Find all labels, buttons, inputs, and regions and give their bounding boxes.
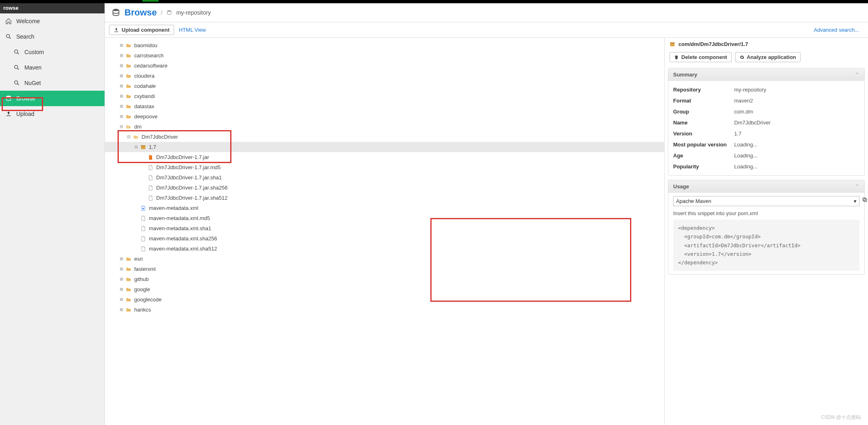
copy-icon[interactable] (862, 197, 868, 203)
tree-node[interactable]: ⊞carrotsearch (105, 50, 664, 61)
tree-node[interactable]: ⊞hankcs (105, 305, 664, 315)
tree-node[interactable]: maven-metadata.xml (105, 203, 664, 213)
tree-node[interactable]: Dm7JdbcDriver-1.7.jar.sha512 (105, 193, 664, 203)
sidebar-item-upload[interactable]: Upload (0, 106, 105, 122)
html-view-link[interactable]: HTML View (179, 27, 206, 33)
collapse-icon[interactable]: ⌃ (855, 183, 859, 190)
expander-icon[interactable]: ⊞ (119, 93, 124, 99)
tree-node[interactable]: Dm7JdbcDriver-1.7.jar.sha256 (105, 183, 664, 193)
folder-icon (125, 52, 132, 59)
summary-row: Repositorymy-repository (673, 84, 859, 95)
sidebar: rowse WelcomeSearchCustomMavenNuGetBrows… (0, 3, 105, 425)
expander-icon[interactable]: ⊞ (119, 307, 124, 313)
tree-node[interactable]: ⊞deepoove (105, 111, 664, 122)
svg-rect-10 (670, 43, 675, 46)
tree-node[interactable]: ⊟1.7 (105, 142, 664, 152)
tree-node[interactable]: ⊞github (105, 274, 664, 284)
tree-node[interactable]: maven-metadata.xml.md5 (105, 213, 664, 223)
toolbar: Upload component HTML View Advanced sear… (105, 22, 868, 38)
folder-open-icon (133, 134, 139, 140)
delete-component-button[interactable]: Delete component (670, 52, 732, 62)
summary-value: my-repository (734, 87, 766, 93)
top-bar (0, 0, 868, 3)
tree-node[interactable]: ⊞cedarsoftware (105, 61, 664, 71)
tree-node[interactable]: ⊞baomidou (105, 40, 664, 50)
tree-node[interactable]: maven-metadata.xml.sha256 (105, 233, 664, 244)
tree-pane[interactable]: ⊞baomidou⊞carrotsearch⊞cedarsoftware⊞clo… (105, 38, 665, 425)
folder-open-icon (125, 124, 132, 130)
expander-icon[interactable]: ⊟ (119, 124, 124, 130)
tree-node[interactable]: Dm7JdbcDriver-1.7.jar (105, 152, 664, 162)
sidebar-item-label: NuGet (24, 80, 41, 86)
svg-point-0 (7, 35, 10, 38)
tree-node[interactable]: Dm7JdbcDriver-1.7.jar.md5 (105, 162, 664, 172)
tree-node-label: cloudera (133, 73, 155, 79)
collapse-icon[interactable]: ⌃ (855, 72, 859, 78)
tree-node[interactable]: ⊞codahale (105, 81, 664, 91)
advanced-search-link[interactable]: Advanced search... (814, 27, 864, 33)
summary-value: Loading... (734, 142, 757, 148)
folder-icon (125, 42, 132, 49)
summary-key: Age (673, 153, 734, 159)
summary-key: Version (673, 131, 734, 137)
expander-icon[interactable]: ⊞ (119, 42, 124, 48)
tree-node-label: 1.7 (148, 144, 156, 150)
expander-icon[interactable]: ⊞ (119, 113, 124, 120)
expander-icon[interactable]: ⊞ (119, 286, 124, 292)
summary-value: Loading... (734, 163, 757, 170)
tree-node-label: hankcs (133, 307, 151, 313)
tree-node[interactable]: maven-metadata.xml.sha1 (105, 223, 664, 233)
sidebar-item-nuget[interactable]: NuGet (0, 75, 105, 91)
tree-node[interactable]: ⊟dm (105, 122, 664, 132)
expander-icon[interactable]: ⊞ (119, 103, 124, 109)
sidebar-item-search[interactable]: Search (0, 29, 105, 44)
db-icon (5, 95, 12, 102)
folder-icon (125, 93, 132, 100)
tree-node-label: Dm7JdbcDriver-1.7.jar (155, 154, 209, 160)
tree-node[interactable]: ⊞cloudera (105, 71, 664, 81)
watermark: CSDN @十点摆码 (821, 414, 861, 421)
expander-icon[interactable]: ⊟ (126, 134, 132, 140)
tree-node[interactable]: ⊞cxytiandi (105, 91, 664, 101)
tree-node[interactable]: ⊞fasterxml (105, 264, 664, 274)
expander-icon[interactable]: ⊞ (119, 276, 124, 282)
home-icon (5, 17, 12, 25)
sidebar-item-maven[interactable]: Maven (0, 60, 105, 75)
expander-icon[interactable]: ⊟ (133, 144, 139, 150)
summary-row: PopularityLoading... (673, 161, 859, 172)
tree-node[interactable]: ⊞esri (105, 254, 664, 264)
tree-node-label: cxytiandi (133, 93, 155, 99)
usage-snippet: <dependency> <groupId>com.dm</groupId> <… (673, 220, 859, 271)
file-icon (147, 164, 154, 171)
sidebar-item-welcome[interactable]: Welcome (0, 13, 105, 29)
svg-rect-13 (863, 198, 866, 201)
tree-node-label: carrotsearch (133, 52, 164, 59)
expander-icon[interactable]: ⊞ (119, 73, 124, 79)
tree-node[interactable]: ⊞datastax (105, 101, 664, 111)
tree-node[interactable]: ⊞google (105, 284, 664, 294)
expander-icon[interactable]: ⊞ (119, 52, 124, 59)
tree-node[interactable]: maven-metadata.xml.sha512 (105, 244, 664, 254)
usage-select-value: Apache Maven (676, 198, 711, 204)
expander-icon[interactable]: ⊞ (119, 256, 124, 262)
expander-icon[interactable]: ⊞ (119, 296, 124, 303)
svg-point-3 (15, 81, 18, 84)
summary-value: Loading... (734, 153, 757, 159)
sidebar-item-custom[interactable]: Custom (0, 44, 105, 60)
tree-node[interactable]: ⊞googlecode (105, 294, 664, 305)
upload-component-button[interactable]: Upload component (109, 25, 174, 35)
analyze-application-button[interactable]: Analyze application (735, 52, 800, 62)
expander-icon[interactable]: ⊞ (119, 266, 124, 272)
sidebar-item-label: Upload (16, 111, 34, 117)
xml-icon (140, 205, 146, 211)
tree-node[interactable]: Dm7JdbcDriver-1.7.jar.sha1 (105, 172, 664, 183)
file-icon (147, 174, 154, 181)
expander-icon[interactable]: ⊞ (119, 83, 124, 89)
tree-node[interactable]: ⊟Dm7JdbcDriver (105, 132, 664, 142)
usage-format-select[interactable]: Apache Maven ▾ (673, 196, 859, 206)
svg-point-4 (7, 96, 11, 97)
sidebar-item-browse[interactable]: Browse (0, 91, 105, 106)
svg-rect-8 (141, 145, 146, 146)
expander-icon[interactable]: ⊞ (119, 63, 124, 69)
main: Browse / my-repository Upload component … (105, 3, 868, 425)
